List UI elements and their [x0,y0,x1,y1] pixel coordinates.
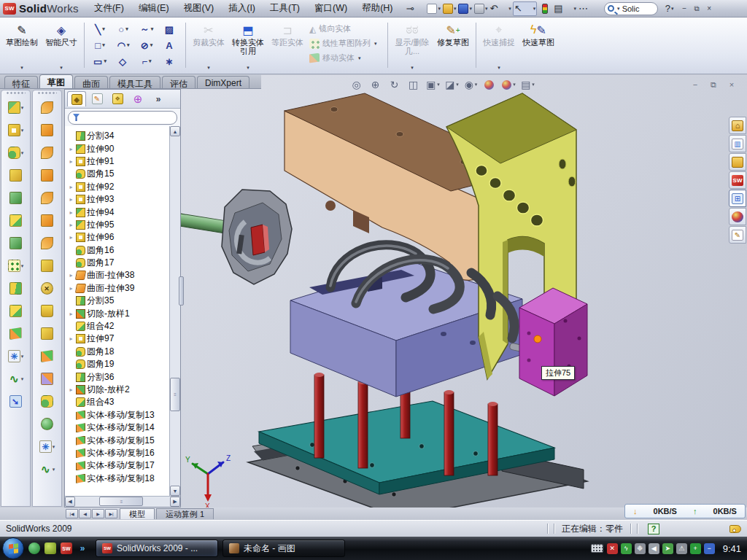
move-face-icon[interactable] [35,345,60,368]
draft-icon[interactable] [4,232,28,254]
instant3d-icon[interactable]: ➘ [4,390,28,413]
scroll-thumb[interactable]: ≡ [170,378,180,411]
save-icon[interactable]: ▾ [457,1,473,16]
line-icon[interactable]: ╲ ▾ [88,21,112,37]
feature-tree-item[interactable]: 实体-移动/复制14 [68,421,180,434]
clamp-part[interactable] [222,190,292,284]
menu-item[interactable]: 插入(I) [222,0,262,17]
health-shield-icon[interactable]: + [690,543,701,554]
scroll-left-arrow[interactable]: ◀ [65,497,75,507]
tree-horizontal-scrollbar[interactable]: ◀ ≡ ▶ [65,496,180,507]
prev-tab-button[interactable]: ◀ [79,509,91,518]
linear-pattern-icon[interactable]: ▾ [4,254,28,277]
mold-curve-icon[interactable]: ∿ ▾ [35,458,60,481]
rapid-sketch-button[interactable]: ϟ✎ 快速草图 [519,20,557,71]
expander-arrow[interactable]: ▸ [68,184,74,190]
feature-tree-item[interactable]: ▸ 切除-放样2 [68,384,180,396]
draft-face-icon[interactable] [35,390,60,413]
displaymanager-tab[interactable]: ⊕ [128,91,147,106]
expander-arrow[interactable]: ▸ [68,285,74,292]
volume-icon[interactable]: ◀ [649,543,659,554]
move-copy-body-icon[interactable] [4,322,28,345]
ribbon-tab[interactable]: 曲面 [74,76,108,88]
security-lightning-icon[interactable]: ϟ [621,543,632,554]
doc-minimize-button[interactable]: − [688,79,703,90]
feature-tree-item[interactable]: 实体-移动/复制16 [68,447,180,459]
combine-icon[interactable] [4,300,28,322]
point-icon[interactable]: ∗ [158,53,182,69]
trim-entities-button[interactable]: ✂ 剪裁实体 ▾ [190,20,228,71]
mirror-entities-button[interactable]: ◭ 镜向实体 [308,23,384,35]
feature-tree-item[interactable]: 分割35 [68,295,180,307]
tree-vertical-scrollbar[interactable]: ▲ ≡ ▼ [169,126,180,496]
expander-arrow[interactable]: ▸ [68,209,74,216]
mold-surface-sweep-icon[interactable] [35,96,60,119]
expander-arrow[interactable]: ▸ [68,311,74,317]
rebuild-traffic-light-icon[interactable] [538,1,552,16]
quick-snaps-button[interactable]: ⌖ 快速捕捉 ▾ [480,20,518,71]
menu-item[interactable]: 窗口(W) [308,0,354,17]
zoom-fit-icon[interactable]: ◎ [349,77,365,92]
options-icon[interactable]: ▤ ▾ [553,1,577,16]
hide-show-items-icon[interactable]: ◉ ▾ [462,77,479,92]
update-ball-icon[interactable]: − [704,543,715,554]
feature-tree-item[interactable]: 圆角18 [68,346,180,358]
move-entities-button[interactable]: 移动实体 ▾ [308,52,384,64]
restore-button[interactable]: ⧉ [691,3,703,14]
smart-dimension-button[interactable]: ◈ 智能尺寸 ▾ [42,20,80,71]
view-orientation-icon[interactable]: ▣ ▾ [425,77,441,92]
menu-item[interactable]: 工具(T) [263,0,306,17]
delete-face-icon[interactable]: ✕ [35,277,60,300]
section-view-icon[interactable]: ◫ [406,77,422,92]
linear-sketch-pattern-button[interactable]: 线性草图阵列 ▾ [308,37,384,50]
rotate-view-icon[interactable]: ↻ [387,77,403,92]
feature-tree-item[interactable]: ▸ 拉伸90 [68,142,180,155]
ribbon-tab[interactable]: 评估 [162,76,196,88]
overflow-icon[interactable]: ⋯ [578,1,600,16]
input-method-keyboard-icon[interactable] [591,544,603,553]
expander-arrow[interactable]: ▸ [68,335,74,342]
ribbon-tab[interactable]: 特征 [4,76,38,88]
offset-entities-button[interactable]: ⊐ 等距实体 [268,20,306,71]
minimize-button[interactable]: − [678,3,691,14]
scroll-up-arrow[interactable]: ▲ [170,126,180,136]
model-canvas[interactable]: Y Z X [181,75,747,508]
repair-sketch-button[interactable]: ✎+ 修复草图 [434,20,472,71]
feature-tree-item[interactable]: 实体-移动/复制13 [68,409,180,421]
reference-geometry-icon[interactable]: ✳ ▾ [4,345,28,368]
search-box[interactable]: ▾ Solic [604,2,658,15]
graphics-viewport[interactable]: Y Z X ◎ ⊕ ↻ ◫ [181,75,747,508]
network-warning-icon[interactable]: ⚠ [676,543,687,554]
display-delete-relations-button[interactable]: ಠಠ 显示/删除几... ▾ [392,20,433,71]
feature-tree-item[interactable]: 组合43 [68,396,180,408]
expander-arrow[interactable]: ▸ [68,158,74,165]
knit-surface-icon[interactable] [35,232,60,254]
swept-boss-icon[interactable] [4,164,28,187]
fillet-icon[interactable]: ▾ [4,141,28,164]
sync-arrow-icon[interactable]: ➤ [662,543,673,554]
dome-icon[interactable] [35,413,60,435]
configurationmanager-tab[interactable]: ❖ [108,91,127,106]
arc-icon[interactable]: ◠ ▾ [112,37,135,53]
edit-appearance-icon[interactable]: ● [481,77,498,92]
undo-icon[interactable]: ↶ ▾ [489,1,511,16]
feature-tree-item[interactable]: 组合42 [68,320,180,332]
feature-tree-item[interactable]: 圆角17 [68,257,180,269]
tree-filter-box[interactable] [68,111,177,125]
solidworks-resources-icon[interactable]: ⌂ [729,117,746,134]
tag-icon[interactable] [729,525,741,533]
expander-arrow[interactable]: ▸ [68,272,74,279]
feature-tree-item[interactable]: ▸ 曲面-拉伸38 [68,269,180,281]
core-icon[interactable] [35,300,60,322]
antivirus-shield-icon[interactable]: ✕ [607,543,618,554]
feature-tree-item[interactable]: ▸ 拉伸93 [68,193,180,206]
tree-filter-input[interactable] [82,113,172,122]
mold-reference-geometry-icon[interactable]: ✳ ▾ [35,435,60,458]
propertymanager-tab[interactable]: ✎ [88,91,107,106]
doc-close-button[interactable]: × [724,79,739,90]
feature-tree-item[interactable]: ▸ 拉伸97 [68,332,180,345]
doc-tab[interactable]: 运动算例 1 [156,508,214,519]
scroll-right-arrow[interactable]: ▶ [170,497,180,507]
view-palette-icon[interactable]: ⊞ [729,190,746,207]
convert-entities-button[interactable]: ⬒ 转换实体引用 ▾ [229,20,267,71]
